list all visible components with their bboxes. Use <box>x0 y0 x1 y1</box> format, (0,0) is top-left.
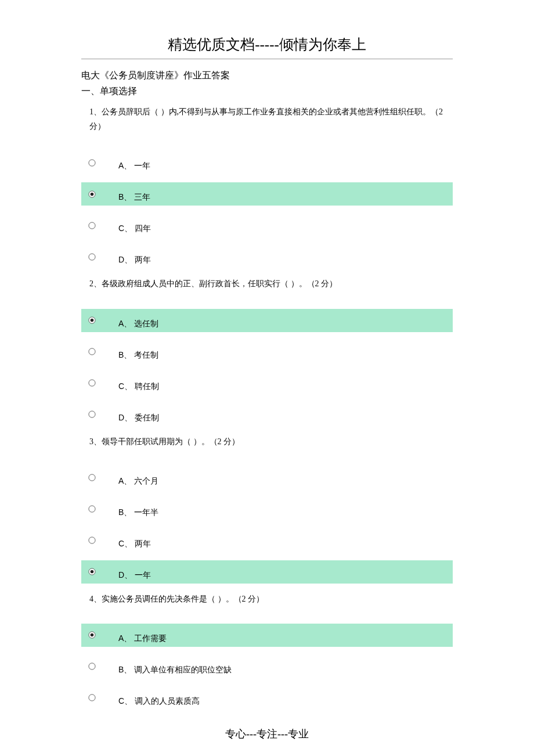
option-label: C、 两年 <box>118 539 151 549</box>
option-label: B、 三年 <box>118 192 150 203</box>
option-letter: B、 <box>118 665 132 674</box>
radio-selected-icon[interactable] <box>88 316 102 324</box>
svg-point-18 <box>89 694 95 701</box>
option-row[interactable]: C、 两年 <box>81 529 453 552</box>
option-label: A、 工作需要 <box>118 633 167 644</box>
option-label: B、 一年半 <box>118 507 158 518</box>
questions-container: 1、公务员辞职后（ ）内,不得到与从事与原工作业务直接相关的企业或者其他营利性组… <box>81 105 453 710</box>
radio-unselected-icon[interactable] <box>88 505 102 513</box>
svg-point-14 <box>91 570 94 574</box>
option-row[interactable]: D、 一年 <box>81 560 453 584</box>
option-letter: A、 <box>118 633 132 643</box>
option-text: 一年 <box>132 161 150 170</box>
option-letter: C、 <box>118 696 132 705</box>
option-text: 委任制 <box>132 413 159 422</box>
options-group: A、 六个月B、 一年半C、 两年D、 一年 <box>81 466 453 584</box>
option-letter: B、 <box>118 192 132 201</box>
option-letter: B、 <box>118 350 132 359</box>
option-text: 一年半 <box>132 508 158 517</box>
svg-point-2 <box>91 193 94 196</box>
option-letter: D、 <box>118 255 132 264</box>
options-group: A、 选任制B、 考任制C、 聘任制D、 委任制 <box>81 309 453 426</box>
svg-point-0 <box>89 160 95 166</box>
question-stem: 3、领导干部任职试用期为（ ）。（2 分） <box>89 434 453 449</box>
options-group: A、 工作需要B、 调入单位有相应的职位空缺C、 调入的人员素质高 <box>81 624 453 710</box>
option-label: A、 六个月 <box>118 476 158 487</box>
options-group: A、 一年B、 三年C、 四年D、 两年 <box>81 151 453 268</box>
page-footer: 专心---专注---专业 <box>81 727 453 741</box>
svg-point-3 <box>89 222 95 229</box>
option-row[interactable]: B、 三年 <box>81 182 453 206</box>
option-letter: D、 <box>118 570 132 579</box>
option-text: 调入单位有相应的职位空缺 <box>132 665 232 674</box>
option-row[interactable]: D、 两年 <box>81 245 453 268</box>
option-row[interactable]: A、 工作需要 <box>81 624 453 647</box>
section-title: 一、单项选择 <box>81 85 453 98</box>
option-letter: A、 <box>118 319 132 328</box>
question-stem: 2、各级政府组成人员中的正、副行政首长，任职实行（ ）。（2 分） <box>89 276 453 291</box>
radio-unselected-icon[interactable] <box>88 222 102 229</box>
option-text: 三年 <box>132 193 150 201</box>
radio-unselected-icon[interactable] <box>88 159 102 167</box>
option-label: B、 考任制 <box>118 350 158 361</box>
option-text: 两年 <box>132 539 151 548</box>
option-row[interactable]: C、 调入的人员素质高 <box>81 686 453 710</box>
option-text: 调入的人员素质高 <box>132 697 200 705</box>
option-row[interactable]: B、 调入单位有相应的职位空缺 <box>81 655 453 678</box>
page-header: 精选优质文档-----倾情为你奉上 <box>81 35 453 59</box>
svg-point-6 <box>91 319 94 322</box>
svg-point-7 <box>89 348 95 355</box>
svg-point-17 <box>89 663 95 669</box>
option-label: B、 调入单位有相应的职位空缺 <box>118 665 232 675</box>
option-letter: B、 <box>118 507 132 517</box>
option-letter: D、 <box>118 413 132 422</box>
svg-point-4 <box>89 254 95 260</box>
option-row[interactable]: B、 考任制 <box>81 340 453 363</box>
option-row[interactable]: B、 一年半 <box>81 498 453 521</box>
radio-unselected-icon[interactable] <box>88 379 102 387</box>
svg-point-8 <box>89 380 95 386</box>
option-letter: C、 <box>118 381 132 391</box>
option-letter: A、 <box>118 476 132 485</box>
option-row[interactable]: C、 四年 <box>81 214 453 237</box>
option-text: 一年 <box>132 571 151 579</box>
option-text: 四年 <box>132 224 151 233</box>
svg-point-10 <box>89 474 95 481</box>
radio-unselected-icon[interactable] <box>88 348 102 355</box>
option-text: 工作需要 <box>132 634 167 643</box>
radio-unselected-icon[interactable] <box>88 253 102 261</box>
radio-selected-icon[interactable] <box>88 631 102 639</box>
question-stem: 1、公务员辞职后（ ）内,不得到与从事与原工作业务直接相关的企业或者其他营利性组… <box>89 105 453 134</box>
svg-point-12 <box>89 537 95 543</box>
option-letter: C、 <box>118 224 132 233</box>
radio-unselected-icon[interactable] <box>88 411 102 418</box>
document-title: 电大《公务员制度讲座》作业五答案 <box>81 70 453 82</box>
question-stem: 4、实施公务员调任的先决条件是（ ）。（2 分） <box>89 592 453 606</box>
option-row[interactable]: A、 选任制 <box>81 309 453 332</box>
option-text: 选任制 <box>132 319 158 328</box>
svg-point-9 <box>89 411 95 417</box>
option-letter: A、 <box>118 161 132 170</box>
option-row[interactable]: D、 委任制 <box>81 403 453 426</box>
option-row[interactable]: A、 六个月 <box>81 466 453 489</box>
radio-selected-icon[interactable] <box>88 568 102 575</box>
option-row[interactable]: A、 一年 <box>81 151 453 174</box>
option-label: C、 四年 <box>118 224 151 234</box>
option-label: D、 一年 <box>118 570 151 581</box>
radio-selected-icon[interactable] <box>88 190 102 198</box>
option-text: 六个月 <box>132 477 158 485</box>
radio-unselected-icon[interactable] <box>88 663 102 670</box>
option-label: D、 委任制 <box>118 413 159 423</box>
option-label: A、 一年 <box>118 161 150 171</box>
radio-unselected-icon[interactable] <box>88 537 102 544</box>
option-text: 两年 <box>132 255 151 264</box>
option-label: C、 聘任制 <box>118 381 159 392</box>
option-label: A、 选任制 <box>118 319 158 329</box>
option-row[interactable]: C、 聘任制 <box>81 372 453 395</box>
option-text: 考任制 <box>132 351 158 359</box>
radio-unselected-icon[interactable] <box>88 694 102 701</box>
radio-unselected-icon[interactable] <box>88 474 102 481</box>
svg-point-16 <box>91 633 94 637</box>
option-text: 聘任制 <box>132 382 159 391</box>
option-label: C、 调入的人员素质高 <box>118 696 200 707</box>
